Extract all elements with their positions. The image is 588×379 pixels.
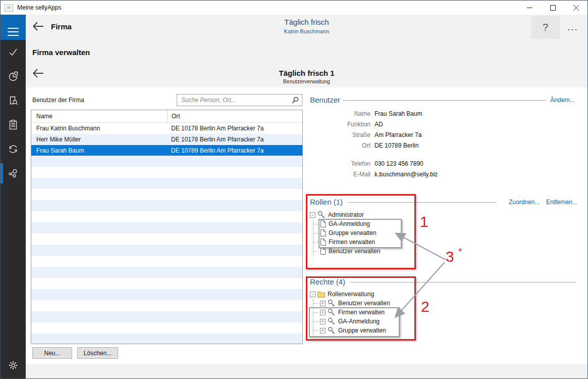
collapse-expander[interactable]: - bbox=[310, 212, 315, 218]
cell-name: Frau Katrin Buschmann bbox=[31, 125, 167, 132]
sidebar-nav bbox=[1, 40, 26, 378]
tree-node-recht[interactable]: + Gruppe verwalten bbox=[313, 326, 390, 335]
tree-node-right[interactable]: Firmen verwalten bbox=[313, 238, 381, 247]
field-label: Ort bbox=[310, 142, 375, 149]
sidebar-item-orders[interactable] bbox=[1, 113, 26, 137]
footer-band bbox=[26, 364, 587, 378]
expand-expander[interactable]: + bbox=[320, 328, 326, 334]
change-link[interactable]: Ändern... bbox=[550, 97, 575, 104]
sync-icon bbox=[8, 144, 19, 155]
tree-node-recht[interactable]: + Benutzer verwalten bbox=[313, 299, 390, 308]
rollen-tree-children: GA-Anmeldung Gruppe verwalten Firmen ver… bbox=[313, 219, 381, 256]
field-telefon: Telefon 030 123 456 7890 bbox=[310, 158, 522, 169]
app-logo-icon: w bbox=[5, 4, 13, 12]
help-button[interactable]: ? bbox=[531, 16, 560, 39]
folder-icon bbox=[317, 291, 325, 298]
share-icon bbox=[8, 168, 19, 179]
benutzer-divider bbox=[343, 100, 547, 101]
sidebar-item-roles[interactable] bbox=[1, 161, 26, 185]
field-value: DE 10789 Berlin bbox=[375, 142, 418, 149]
tree-node-right[interactable]: GA-Anmeldung bbox=[313, 219, 381, 228]
field-label: Telefon bbox=[310, 160, 375, 167]
sidebar-item-reports[interactable] bbox=[1, 64, 26, 88]
tree-node-rollenverwaltung[interactable]: - Rollenverwaltung bbox=[310, 290, 390, 299]
expand-expander[interactable]: + bbox=[320, 301, 326, 306]
tree-node-label: GA-Anmeldung bbox=[329, 220, 370, 227]
rollen-heading: Rollen (1) bbox=[310, 198, 343, 206]
maximize-icon bbox=[550, 5, 556, 11]
cell-ort: DE 10789 Berlin Am Pfarracker 7a bbox=[167, 147, 302, 154]
tree-node-right[interactable]: Benutzer verwalten bbox=[313, 247, 381, 256]
tree-node-recht[interactable]: + GA-Anmeldung bbox=[313, 317, 390, 326]
remove-link[interactable]: Entfernen... bbox=[546, 199, 577, 206]
key-icon bbox=[328, 326, 336, 335]
sidebar-item-sync[interactable] bbox=[1, 137, 26, 161]
tree-node-right[interactable]: Gruppe verwalten bbox=[313, 228, 381, 238]
tree-node-label: Administrator bbox=[328, 211, 364, 218]
catalog-search-icon bbox=[8, 95, 19, 106]
annotation-number-3: 3 bbox=[446, 248, 454, 265]
search-input[interactable] bbox=[177, 94, 302, 106]
page-icon bbox=[320, 248, 326, 255]
field-name: Name Frau Sarah Baum bbox=[310, 108, 522, 119]
field-label: Funktion bbox=[310, 121, 375, 128]
annotation-number-2: 2 bbox=[421, 298, 430, 315]
more-options-button[interactable]: ... bbox=[562, 16, 583, 39]
tree-node-label: Benutzer verwalten bbox=[338, 300, 390, 307]
key-icon bbox=[317, 211, 326, 219]
field-value: k.buschmann@selly.biz bbox=[375, 171, 438, 178]
annotation-number-1: 1 bbox=[420, 213, 429, 230]
tree-node-label: Benutzer verwalten bbox=[329, 248, 381, 255]
tree-node-label: GA-Anmeldung bbox=[338, 318, 380, 325]
rechte-tree-children: + Benutzer verwalten + Firmen verwalten … bbox=[313, 299, 390, 335]
minimize-button[interactable] bbox=[518, 1, 541, 15]
expand-expander[interactable]: + bbox=[320, 319, 326, 324]
hamburger-menu-button[interactable] bbox=[1, 15, 26, 40]
detail-title: Täglich frisch 1 bbox=[26, 69, 587, 77]
tree-node-label: Gruppe verwalten bbox=[338, 327, 386, 334]
settings-button[interactable] bbox=[1, 355, 26, 375]
tree-node-label: Rollenverwaltung bbox=[328, 291, 374, 298]
search-box bbox=[177, 94, 302, 106]
field-value: Frau Sarah Baum bbox=[375, 110, 422, 117]
subheader-band: Firma verwalten Täglich frisch 1 Benutze… bbox=[26, 40, 587, 87]
sidebar-item-tasks[interactable] bbox=[1, 40, 26, 64]
field-email: E-Mail k.buschmann@selly.biz bbox=[310, 169, 522, 179]
rollen-tree: - Administrator GA-Anmeldung bbox=[310, 210, 381, 256]
detail-header-block: Täglich frisch 1 Benutzerverwaltung bbox=[26, 69, 587, 84]
field-label: E-Mail bbox=[310, 171, 375, 178]
pie-chart-icon bbox=[8, 71, 19, 82]
table-row[interactable]: Frau Katrin Buschmann DE 10178 Berlin Am… bbox=[31, 123, 302, 134]
table-row[interactable]: Frau Sarah Baum DE 10789 Berlin Am Pfarr… bbox=[31, 145, 302, 156]
close-button[interactable] bbox=[564, 1, 587, 15]
empty-rows-area bbox=[31, 156, 302, 344]
tree-node-administrator[interactable]: - Administrator bbox=[310, 210, 381, 219]
company-name: Täglich frisch bbox=[26, 18, 587, 26]
rechte-tree: - Rollenverwaltung + Benutzer verwalten … bbox=[310, 290, 390, 335]
column-header-name[interactable]: Name bbox=[31, 110, 167, 122]
check-icon bbox=[8, 46, 19, 58]
field-label: Name bbox=[310, 110, 375, 117]
cell-ort: DE 10178 Berlin Am Pfarracker 7a bbox=[167, 136, 302, 143]
header-company-block: Täglich frisch Katrin Buschmann bbox=[26, 18, 587, 34]
table-row[interactable]: Herr Mike Müller DE 10178 Berlin Am Pfar… bbox=[31, 134, 302, 145]
tree-node-label: Firmen verwalten bbox=[338, 309, 385, 316]
delete-button[interactable]: Löschen... bbox=[77, 347, 118, 359]
collapse-expander[interactable]: - bbox=[310, 292, 315, 297]
tree-node-recht[interactable]: + Firmen verwalten bbox=[313, 308, 390, 317]
column-header-ort[interactable]: Ort bbox=[167, 110, 302, 122]
assign-link[interactable]: Zuordnen... bbox=[509, 199, 540, 206]
app-window: w Meine sellyApps Firma Täglich frisch K… bbox=[0, 0, 588, 379]
expand-expander[interactable]: + bbox=[320, 310, 326, 315]
page-icon bbox=[320, 220, 326, 227]
search-icon[interactable] bbox=[292, 97, 299, 104]
user-list-label: Benutzer der Firma bbox=[32, 97, 84, 104]
new-button[interactable]: Neu... bbox=[32, 347, 72, 359]
tree-node-label: Gruppe verwalten bbox=[329, 229, 377, 236]
field-funktion: Funktion AD bbox=[310, 119, 522, 129]
minimize-icon bbox=[527, 5, 532, 11]
maximize-button[interactable] bbox=[541, 1, 564, 15]
sidebar-item-catalog[interactable] bbox=[1, 88, 26, 113]
cell-ort: DE 10178 Berlin Am Pfarracker 7a bbox=[167, 125, 302, 132]
tree-node-label: Firmen verwalten bbox=[329, 239, 375, 246]
